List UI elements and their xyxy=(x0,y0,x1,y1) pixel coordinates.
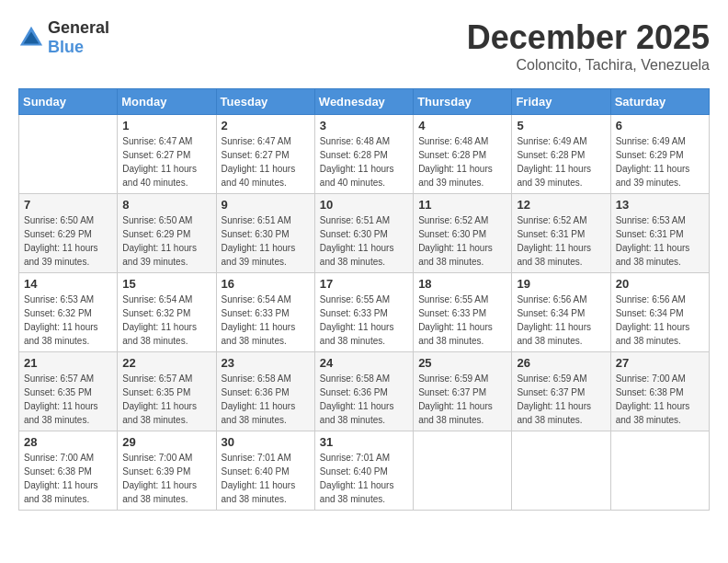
day-info: Sunrise: 6:58 AM Sunset: 6:36 PM Dayligh… xyxy=(222,372,310,427)
weekday-header: Sunday xyxy=(19,89,118,115)
sunset-text: Sunset: 6:33 PM xyxy=(418,308,486,318)
header: General Blue December 2025 Coloncito, Ta… xyxy=(18,18,710,74)
calendar-week-row: 7 Sunrise: 6:50 AM Sunset: 6:29 PM Dayli… xyxy=(19,194,710,273)
calendar-cell: 1 Sunrise: 6:47 AM Sunset: 6:27 PM Dayli… xyxy=(118,115,216,194)
sunrise-text: Sunrise: 6:47 AM xyxy=(222,136,291,146)
calendar-cell: 12 Sunrise: 6:52 AM Sunset: 6:31 PM Dayl… xyxy=(512,194,610,273)
day-info: Sunrise: 6:52 AM Sunset: 6:30 PM Dayligh… xyxy=(418,213,506,269)
sunset-text: Sunset: 6:36 PM xyxy=(320,387,388,397)
daylight-text: Daylight: 11 hours and 38 minutes. xyxy=(418,401,493,425)
day-number: 1 xyxy=(122,119,210,132)
sunrise-text: Sunrise: 6:48 AM xyxy=(320,136,390,146)
sunrise-text: Sunrise: 6:57 AM xyxy=(122,373,192,384)
sunset-text: Sunset: 6:32 PM xyxy=(24,308,92,318)
calendar-cell: 10 Sunrise: 6:51 AM Sunset: 6:30 PM Dayl… xyxy=(314,194,413,273)
calendar-cell: 8 Sunrise: 6:50 AM Sunset: 6:29 PM Dayli… xyxy=(118,194,216,273)
sunset-text: Sunset: 6:36 PM xyxy=(222,387,290,397)
calendar-cell: 4 Sunrise: 6:48 AM Sunset: 6:28 PM Dayli… xyxy=(414,115,512,194)
daylight-text: Daylight: 11 hours and 39 minutes. xyxy=(122,243,197,267)
day-info: Sunrise: 6:50 AM Sunset: 6:29 PM Dayligh… xyxy=(24,213,112,269)
sunrise-text: Sunrise: 6:53 AM xyxy=(24,294,94,304)
daylight-text: Daylight: 11 hours and 38 minutes. xyxy=(122,322,197,346)
sunrise-text: Sunrise: 6:47 AM xyxy=(122,136,192,146)
sunset-text: Sunset: 6:30 PM xyxy=(222,229,290,239)
day-number: 28 xyxy=(24,435,112,449)
weekday-header: Wednesday xyxy=(314,89,413,115)
sunset-text: Sunset: 6:40 PM xyxy=(222,466,290,477)
sunrise-text: Sunrise: 6:55 AM xyxy=(418,294,488,304)
sunrise-text: Sunrise: 7:01 AM xyxy=(320,453,390,463)
sunset-text: Sunset: 6:30 PM xyxy=(320,229,388,239)
daylight-text: Daylight: 11 hours and 38 minutes. xyxy=(616,243,690,267)
day-number: 11 xyxy=(418,198,506,212)
daylight-text: Daylight: 11 hours and 40 minutes. xyxy=(122,164,197,188)
day-info: Sunrise: 6:55 AM Sunset: 6:33 PM Dayligh… xyxy=(418,293,506,348)
weekday-header: Tuesday xyxy=(216,89,314,115)
calendar-cell: 26 Sunrise: 6:59 AM Sunset: 6:37 PM Dayl… xyxy=(512,352,610,431)
day-info: Sunrise: 6:51 AM Sunset: 6:30 PM Dayligh… xyxy=(222,213,310,269)
weekday-header: Friday xyxy=(512,89,610,115)
sunset-text: Sunset: 6:38 PM xyxy=(616,387,684,397)
calendar-cell: 7 Sunrise: 6:50 AM Sunset: 6:29 PM Dayli… xyxy=(19,194,118,273)
day-info: Sunrise: 6:47 AM Sunset: 6:27 PM Dayligh… xyxy=(222,134,310,190)
sunset-text: Sunset: 6:29 PM xyxy=(122,229,190,239)
calendar-table: SundayMondayTuesdayWednesdayThursdayFrid… xyxy=(18,88,710,511)
daylight-text: Daylight: 11 hours and 38 minutes. xyxy=(24,401,98,425)
day-info: Sunrise: 6:49 AM Sunset: 6:28 PM Dayligh… xyxy=(517,134,605,190)
day-info: Sunrise: 6:58 AM Sunset: 6:36 PM Dayligh… xyxy=(320,372,408,427)
daylight-text: Daylight: 11 hours and 38 minutes. xyxy=(517,322,591,346)
calendar-week-row: 1 Sunrise: 6:47 AM Sunset: 6:27 PM Dayli… xyxy=(19,115,710,194)
calendar-cell xyxy=(512,431,610,511)
sunrise-text: Sunrise: 6:50 AM xyxy=(122,215,192,225)
logo-icon xyxy=(18,25,44,51)
day-info: Sunrise: 7:00 AM Sunset: 6:38 PM Dayligh… xyxy=(24,451,112,506)
day-number: 8 xyxy=(122,198,210,212)
daylight-text: Daylight: 11 hours and 38 minutes. xyxy=(517,243,591,267)
logo: General Blue xyxy=(18,18,109,57)
day-number: 4 xyxy=(418,119,506,132)
sunrise-text: Sunrise: 6:58 AM xyxy=(320,373,390,384)
day-number: 10 xyxy=(320,198,408,212)
calendar-cell: 15 Sunrise: 6:54 AM Sunset: 6:32 PM Dayl… xyxy=(118,273,216,352)
calendar-cell: 27 Sunrise: 7:00 AM Sunset: 6:38 PM Dayl… xyxy=(610,352,709,431)
daylight-text: Daylight: 11 hours and 39 minutes. xyxy=(616,164,690,188)
daylight-text: Daylight: 11 hours and 38 minutes. xyxy=(418,243,493,267)
day-info: Sunrise: 6:48 AM Sunset: 6:28 PM Dayligh… xyxy=(418,134,506,190)
day-info: Sunrise: 6:54 AM Sunset: 6:33 PM Dayligh… xyxy=(222,293,310,348)
sunset-text: Sunset: 6:30 PM xyxy=(418,229,486,239)
calendar-week-row: 14 Sunrise: 6:53 AM Sunset: 6:32 PM Dayl… xyxy=(19,273,710,352)
day-info: Sunrise: 6:59 AM Sunset: 6:37 PM Dayligh… xyxy=(517,372,605,427)
sunrise-text: Sunrise: 6:50 AM xyxy=(24,215,94,225)
sunrise-text: Sunrise: 6:58 AM xyxy=(222,373,291,384)
sunset-text: Sunset: 6:33 PM xyxy=(320,308,388,318)
day-number: 13 xyxy=(616,198,704,212)
sunset-text: Sunset: 6:31 PM xyxy=(616,229,684,239)
day-info: Sunrise: 6:49 AM Sunset: 6:29 PM Dayligh… xyxy=(616,134,704,190)
day-number: 19 xyxy=(517,277,605,291)
daylight-text: Daylight: 11 hours and 39 minutes. xyxy=(517,164,591,188)
sunrise-text: Sunrise: 6:51 AM xyxy=(320,215,390,225)
day-info: Sunrise: 6:50 AM Sunset: 6:29 PM Dayligh… xyxy=(122,213,210,269)
day-number: 5 xyxy=(517,119,605,132)
calendar-cell: 28 Sunrise: 7:00 AM Sunset: 6:38 PM Dayl… xyxy=(19,431,118,511)
daylight-text: Daylight: 11 hours and 40 minutes. xyxy=(320,164,394,188)
calendar-cell: 6 Sunrise: 6:49 AM Sunset: 6:29 PM Dayli… xyxy=(610,115,709,194)
daylight-text: Daylight: 11 hours and 38 minutes. xyxy=(616,322,690,346)
weekday-header-row: SundayMondayTuesdayWednesdayThursdayFrid… xyxy=(19,89,710,115)
calendar-cell xyxy=(610,431,709,511)
daylight-text: Daylight: 11 hours and 39 minutes. xyxy=(418,164,493,188)
day-number: 27 xyxy=(616,356,704,370)
weekday-header: Monday xyxy=(118,89,216,115)
sunrise-text: Sunrise: 6:57 AM xyxy=(24,373,94,384)
location-title: Coloncito, Tachira, Venezuela xyxy=(467,57,710,74)
calendar-cell: 20 Sunrise: 6:56 AM Sunset: 6:34 PM Dayl… xyxy=(610,273,709,352)
daylight-text: Daylight: 11 hours and 38 minutes. xyxy=(320,243,394,267)
daylight-text: Daylight: 11 hours and 40 minutes. xyxy=(222,164,296,188)
calendar-cell: 11 Sunrise: 6:52 AM Sunset: 6:30 PM Dayl… xyxy=(414,194,512,273)
day-number: 23 xyxy=(222,356,310,370)
sunrise-text: Sunrise: 6:54 AM xyxy=(222,294,291,304)
calendar-cell: 18 Sunrise: 6:55 AM Sunset: 6:33 PM Dayl… xyxy=(414,273,512,352)
sunrise-text: Sunrise: 6:54 AM xyxy=(122,294,192,304)
weekday-header: Thursday xyxy=(414,89,512,115)
calendar-week-row: 28 Sunrise: 7:00 AM Sunset: 6:38 PM Dayl… xyxy=(19,431,710,511)
